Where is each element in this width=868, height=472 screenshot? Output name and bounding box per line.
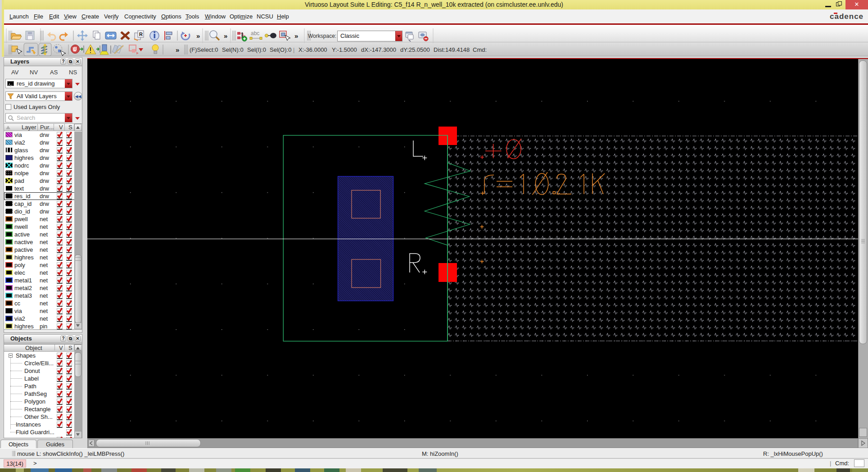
svg-text:abc: abc: [251, 30, 259, 36]
svg-text:»: »: [224, 32, 227, 40]
svg-text:»: »: [176, 46, 179, 54]
svg-text:R: R: [139, 32, 143, 37]
svg-text:»: »: [196, 32, 200, 40]
svg-text:»: »: [294, 32, 298, 40]
